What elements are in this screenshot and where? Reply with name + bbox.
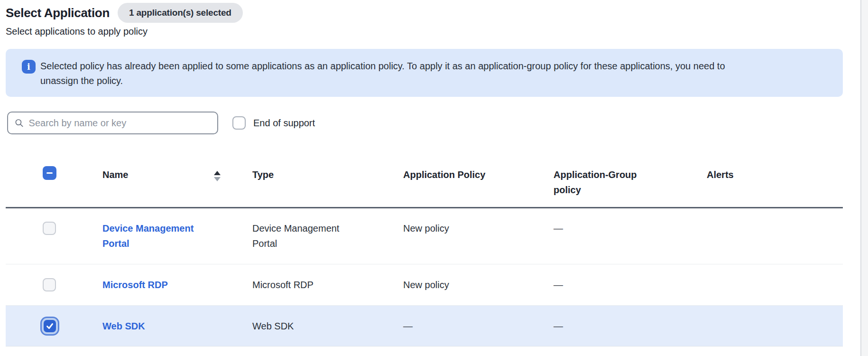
select-all-checkbox[interactable] [43, 166, 56, 180]
application-type: Microsoft RDP [252, 277, 403, 292]
application-type: Device Management Portal [252, 208, 357, 251]
application-group-policy-value: — [554, 208, 707, 236]
application-policy-value: New policy [403, 277, 554, 292]
row-checkbox[interactable] [43, 222, 56, 235]
column-header-name-label: Name [102, 169, 128, 180]
end-of-support-checkbox[interactable] [232, 116, 246, 130]
info-banner-text: Selected policy has already been applied… [40, 59, 747, 88]
table-row-selected: Web SDK Web SDK — — [6, 306, 843, 347]
row-checkbox-cell [6, 208, 102, 235]
panel-content: Select Application 1 application(s) sele… [0, 0, 861, 356]
search-icon [15, 118, 24, 128]
row-checkbox[interactable] [43, 278, 56, 291]
row-checkbox-checked[interactable] [44, 320, 56, 332]
alerts-value [707, 208, 843, 221]
application-name-link[interactable]: Microsoft RDP [102, 277, 252, 292]
application-name-link[interactable]: Device Management Portal [102, 208, 212, 251]
row-checkbox-cell [6, 320, 102, 332]
table-header: Name Type Application Policy Application… [6, 161, 843, 208]
sort-descending-arrow-icon [214, 177, 221, 181]
title-row: Select Application 1 application(s) sele… [6, 3, 860, 23]
info-icon: i [22, 60, 36, 74]
application-type: Web SDK [252, 319, 403, 334]
selection-count-badge: 1 application(s) selected [118, 3, 243, 23]
table-row: Device Management Portal Device Manageme… [6, 208, 843, 264]
application-policy-value: — [403, 319, 554, 334]
checkmark-icon [46, 323, 54, 329]
row-checkbox-cell [6, 278, 102, 291]
end-of-support-label: End of support [253, 118, 315, 129]
info-banner: i Selected policy has already been appli… [6, 49, 843, 97]
application-policy-value: New policy [403, 208, 554, 236]
application-name-link[interactable]: Web SDK [102, 319, 252, 334]
column-header-application-group-policy: Application-Group policy [554, 161, 655, 207]
search-input[interactable] [29, 118, 211, 129]
sort-icon[interactable] [214, 171, 221, 181]
table-controls: End of support [6, 112, 860, 134]
table-row: Microsoft RDP Microsoft RDP New policy — [6, 264, 843, 306]
page-background-gutter [861, 0, 868, 356]
select-application-panel: Select Application 1 application(s) sele… [0, 0, 868, 356]
indeterminate-minus-icon [46, 172, 53, 174]
select-all-cell [6, 161, 102, 207]
sort-ascending-arrow-icon [214, 171, 221, 175]
column-header-application-policy: Application Policy [403, 161, 554, 207]
application-group-policy-value: — [554, 277, 707, 292]
search-box[interactable] [7, 112, 218, 134]
column-header-name[interactable]: Name [102, 161, 252, 207]
column-header-alerts: Alerts [707, 161, 843, 207]
page-subtitle: Select applications to apply policy [6, 26, 860, 37]
page-title: Select Application [6, 6, 110, 20]
application-group-policy-value: — [554, 319, 707, 334]
end-of-support-filter: End of support [232, 116, 315, 130]
column-header-type: Type [252, 161, 403, 207]
